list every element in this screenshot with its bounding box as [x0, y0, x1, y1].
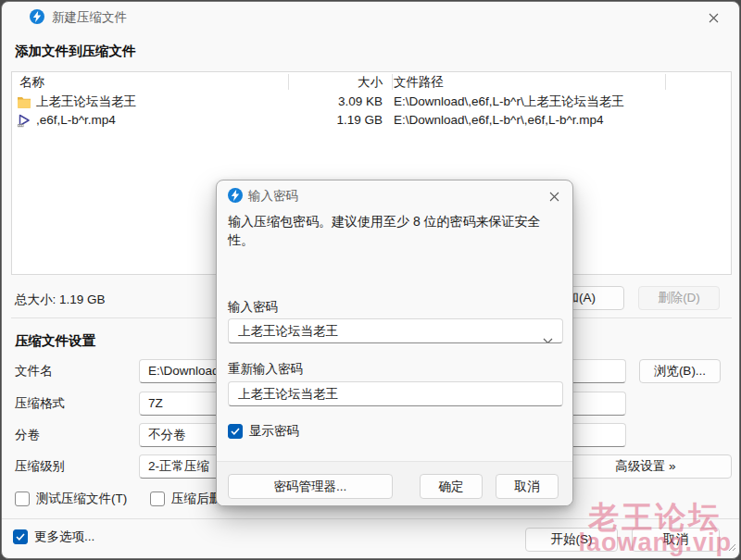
volume-label: 分卷 [15, 423, 40, 447]
confirm-password-label: 重新输入密码 [228, 361, 303, 378]
file-name: 上老王论坛当老王 [36, 93, 136, 111]
filename-label: 文件名 [15, 359, 53, 383]
file-name: ,e6f,L-b^r.mp4 [36, 111, 116, 130]
table-row[interactable]: 上老王论坛当老王 3.09 KB E:\Download\,e6f,L-b^r\… [12, 93, 731, 111]
close-icon[interactable] [543, 186, 565, 206]
settings-section-title: 压缩文件设置 [15, 332, 95, 350]
test-archive-checkbox[interactable] [15, 492, 30, 506]
ok-button[interactable]: 确定 [420, 474, 483, 499]
table-row[interactable]: ,e6f,L-b^r.mp4 1.19 GB E:\Download\,e6f,… [12, 111, 731, 130]
password-label: 输入密码 [228, 299, 278, 316]
level-label: 压缩级别 [15, 454, 65, 479]
password-dialog: 输入密码 输入压缩包密码。建议使用至少 8 位的密码来保证安全性。 输入密码 上… [216, 180, 573, 506]
file-size: 3.09 KB [290, 93, 383, 111]
dialog-footer: 密码管理器... 确定 取消 [217, 461, 572, 505]
titlebar[interactable]: 新建压缩文件 [2, 2, 739, 31]
more-options-label: 更多选项... [34, 529, 94, 545]
format-label: 压缩格式 [15, 392, 65, 416]
delete-after-label: 压缩后删 [171, 491, 221, 507]
column-divider[interactable] [665, 74, 666, 90]
chevron-down-icon[interactable] [543, 329, 553, 343]
test-archive-label: 测试压缩文件(T) [36, 491, 127, 507]
dialog-title: 输入密码 [248, 188, 298, 205]
total-size-label: 总大小: 1.19 GB [15, 292, 106, 308]
cancel-button[interactable]: 取消 [632, 528, 720, 552]
password-manager-button[interactable]: 密码管理器... [228, 474, 393, 499]
delete-button[interactable]: 删除(D) [638, 286, 720, 310]
app-icon [228, 188, 243, 203]
column-divider[interactable] [288, 74, 289, 90]
app-icon [30, 9, 44, 24]
archive-window: 新建压缩文件 添加文件到压缩文件 名称 大小 文件路径 上老王论坛当老王 3.0… [1, 1, 740, 559]
window-title: 新建压缩文件 [52, 9, 127, 26]
folder-icon [17, 94, 31, 109]
video-icon [17, 113, 31, 128]
show-password-label: 显示密码 [249, 423, 299, 440]
browse-button[interactable]: 浏览(B)... [639, 359, 721, 383]
password-combobox[interactable]: 上老王论坛当老王 [228, 318, 563, 343]
file-size: 1.19 GB [290, 111, 383, 130]
dialog-cancel-button[interactable]: 取消 [496, 474, 559, 499]
delete-after-checkbox[interactable] [150, 492, 165, 506]
column-header-name[interactable]: 名称 [19, 72, 44, 92]
column-header-path[interactable]: 文件路径 [394, 72, 444, 92]
confirm-password-value: 上老王论坛当老王 [238, 387, 338, 401]
file-path: E:\Download\,e6f,L-b^r\,e6f,L-b^r.mp4 [394, 111, 604, 130]
page-title: 添加文件到压缩文件 [15, 43, 136, 60]
start-button[interactable]: 开始(S) [525, 528, 618, 552]
show-password-checkbox[interactable] [228, 424, 243, 439]
column-divider[interactable] [392, 74, 393, 90]
password-value: 上老王论坛当老王 [238, 324, 338, 338]
more-options-checkbox[interactable] [13, 529, 28, 544]
dialog-description: 输入压缩包密码。建议使用至少 8 位的密码来保证安全性。 [228, 212, 563, 249]
close-icon[interactable] [702, 7, 724, 28]
column-header-size[interactable]: 大小 [290, 72, 383, 92]
advanced-settings-button[interactable]: 高级设置 » [559, 454, 732, 479]
divider [2, 518, 740, 519]
confirm-password-input[interactable]: 上老王论坛当老王 [228, 381, 563, 406]
resize-grip[interactable] [728, 539, 736, 555]
file-path: E:\Download\,e6f,L-b^r\上老王论坛当老王 [394, 93, 624, 111]
